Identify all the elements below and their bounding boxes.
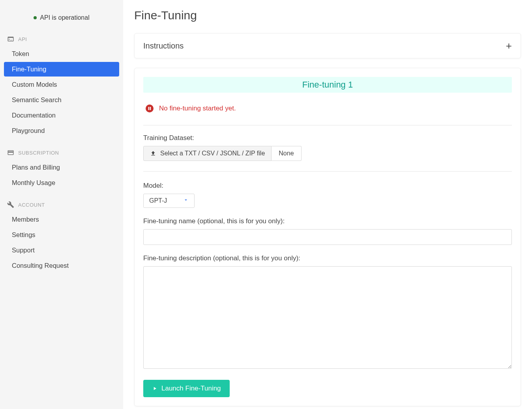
sidebar-item-semantic-search[interactable]: Semantic Search	[4, 93, 119, 107]
pause-icon	[146, 105, 154, 112]
select-file-label: Select a TXT / CSV / JSONL / ZIP file	[160, 150, 265, 157]
api-status-text: API is operational	[40, 14, 89, 21]
section-account-label: ACCOUNT	[18, 202, 45, 208]
launch-label: Launch Fine-Tuning	[161, 385, 221, 392]
sidebar-item-token[interactable]: Token	[4, 47, 119, 61]
description-label: Fine-tuning description (optional, this …	[143, 254, 512, 262]
name-input[interactable]	[143, 229, 512, 245]
svg-rect-1	[150, 107, 151, 110]
page-title: Fine-Tuning	[134, 9, 521, 22]
api-status: API is operational	[0, 9, 123, 32]
fine-tuning-status-text: No fine-tuning started yet.	[159, 105, 236, 112]
sidebar-item-support[interactable]: Support	[4, 243, 119, 258]
section-subscription-header: SUBSCRIPTION	[0, 146, 123, 160]
fine-tuning-card: Fine-tuning 1 No fine-tuning started yet…	[134, 68, 521, 406]
instructions-card[interactable]: Instructions +	[134, 33, 521, 58]
sidebar-item-monthly-usage[interactable]: Monthly Usage	[4, 176, 119, 190]
sidebar-item-settings[interactable]: Settings	[4, 228, 119, 242]
sidebar-item-documentation[interactable]: Documentation	[4, 108, 119, 123]
tools-icon	[7, 201, 14, 208]
model-select[interactable]: GPT-J	[143, 194, 195, 208]
play-icon	[152, 386, 157, 391]
section-account-header: ACCOUNT	[0, 198, 123, 212]
description-input[interactable]	[143, 266, 512, 369]
section-api-label: API	[18, 36, 27, 42]
model-label: Model:	[143, 182, 512, 190]
selected-file-name: None	[272, 146, 301, 161]
sidebar-item-fine-tuning[interactable]: Fine-Tuning	[4, 62, 119, 77]
main-content: Fine-Tuning Instructions + Fine-tuning 1…	[123, 0, 532, 409]
sidebar-item-members[interactable]: Members	[4, 212, 119, 227]
sidebar-item-plans-billing[interactable]: Plans and Billing	[4, 160, 119, 175]
launch-button[interactable]: Launch Fine-Tuning	[143, 380, 230, 397]
instructions-title: Instructions	[143, 41, 184, 50]
sidebar-item-consulting-request[interactable]: Consulting Request	[4, 258, 119, 273]
name-label: Fine-tuning name (optional, this is for …	[143, 217, 512, 225]
status-dot-icon	[34, 16, 37, 19]
section-api-header: API	[0, 32, 123, 47]
chevron-down-icon	[183, 197, 189, 204]
section-subscription-label: SUBSCRIPTION	[18, 150, 59, 156]
credit-card-icon	[7, 149, 14, 156]
sidebar-item-playground[interactable]: Playground	[4, 123, 119, 138]
training-dataset-label: Training Dataset:	[143, 134, 512, 142]
plus-icon[interactable]: +	[506, 41, 512, 51]
upload-icon	[150, 150, 156, 157]
terminal-icon	[7, 35, 14, 43]
model-value: GPT-J	[149, 197, 167, 204]
sidebar: API is operational API Token Fine-Tuning…	[0, 0, 123, 409]
fine-tuning-banner: Fine-tuning 1	[143, 77, 512, 93]
select-file-button[interactable]: Select a TXT / CSV / JSONL / ZIP file	[143, 146, 272, 161]
sidebar-item-custom-models[interactable]: Custom Models	[4, 77, 119, 92]
svg-rect-0	[148, 107, 149, 110]
